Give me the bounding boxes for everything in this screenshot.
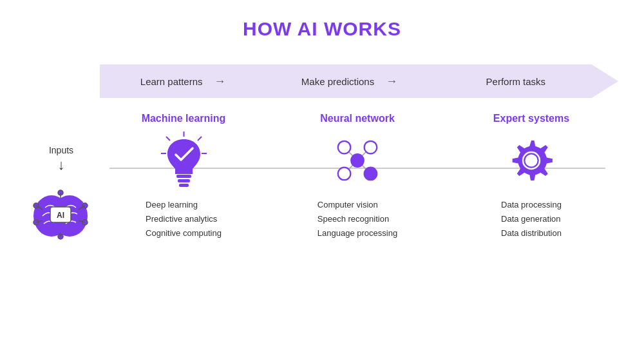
ml-title: Machine learning [142,113,226,124]
banner-label-perform: Perform tasks [433,76,618,87]
svg-point-35 [365,168,377,180]
arrow-text-row: Learn patterns → Make predictions → Perf… [100,64,618,98]
content-row: Inputs ↓ [26,113,618,328]
page-title: HOW AI WORKS [243,18,401,40]
brain-icon: AI [26,179,97,249]
section-machine-learning: Machine learning [97,113,270,240]
nn-title: Neural network [320,113,395,124]
neural-network-icon [332,135,383,186]
page: HOW AI WORKS Learn patterns → Make predi… [0,0,644,341]
svg-rect-23 [176,175,191,178]
inputs-column: Inputs ↓ [26,113,97,249]
down-arrow-icon: ↓ [58,158,65,172]
ml-bullets: Deep learning Predictive analytics Cogni… [146,198,222,240]
section-neural-network: Neural network [270,113,444,240]
es-bullets: Data processing Data generation Data dis… [501,198,562,240]
gear-icon [506,135,557,186]
arrow-right-icon-1: → [214,75,226,88]
svg-line-19 [166,137,170,141]
svg-rect-24 [178,179,190,182]
lightbulb-icon [158,135,209,186]
nn-bullets: Computer vision Speech recognition Langu… [317,198,397,240]
svg-rect-25 [179,184,189,187]
section-expert-systems: Expert systems Data processing Data gene… [444,113,618,240]
svg-point-34 [365,141,377,154]
svg-point-36 [351,154,364,167]
svg-text:AI: AI [57,211,64,220]
es-title: Expert systems [493,113,569,124]
svg-point-32 [338,141,351,154]
arrow-right-icon-2: → [386,75,397,88]
inputs-label: Inputs [49,145,73,155]
banner-label-learn: Learn patterns → [100,75,266,88]
banner-label-predict: Make predictions → [266,75,432,88]
svg-line-20 [198,137,202,141]
svg-point-33 [338,168,351,180]
